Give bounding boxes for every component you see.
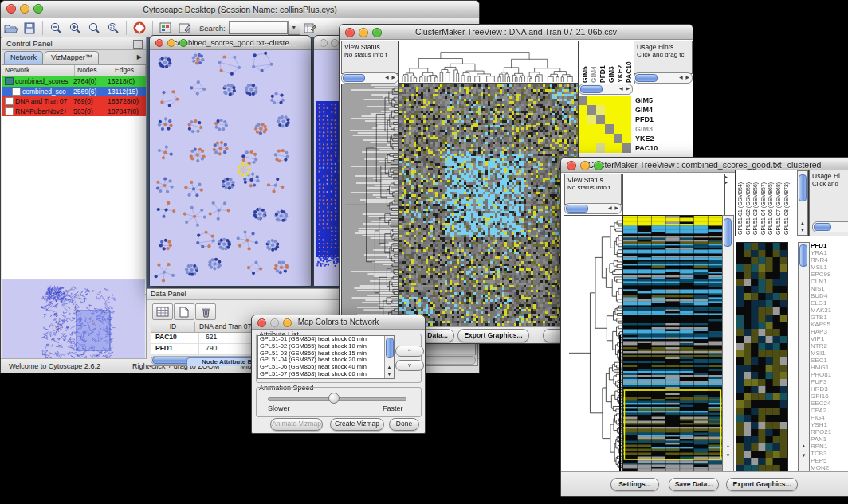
row-label[interactable]: HAP3 (811, 328, 848, 335)
animate-vizmap-button[interactable]: Animate Vizmap (270, 418, 323, 431)
scrollbar-thumb[interactable] (386, 338, 394, 358)
heatmap-global-view[interactable] (622, 215, 723, 473)
zoom-in-icon[interactable] (65, 20, 84, 36)
tab-vizmapper[interactable]: VizMapper™ (45, 51, 99, 64)
column-labels-scrollbar[interactable]: ▲ ▼ (797, 170, 808, 236)
column-label[interactable]: GPL51-08 (GSM872) (783, 174, 791, 235)
minimize-button[interactable] (20, 4, 29, 14)
row-label[interactable]: CLN1 (811, 278, 848, 285)
settings-button[interactable]: Settings... (610, 478, 659, 491)
row-label[interactable]: ELG1 (811, 299, 848, 307)
create-vizmap-button[interactable]: Create Vizmap (330, 418, 384, 431)
save-data-button[interactable]: Save Data... (669, 478, 719, 491)
attribute-browser-icon[interactable] (300, 20, 320, 36)
row-label[interactable]: FIG4 (811, 414, 848, 421)
scrollbar-thumb[interactable] (580, 85, 603, 93)
column-label[interactable]: GPL51-04 (GSM857) (760, 174, 768, 235)
search-input[interactable] (229, 21, 288, 34)
row-label[interactable]: PAC10 (635, 143, 691, 153)
trash-icon[interactable] (195, 303, 216, 320)
row-label[interactable]: GPI16 (811, 393, 848, 400)
column-label[interactable]: GPL51-07 (GSM868) (775, 174, 783, 235)
row-label[interactable]: PHO81 (811, 371, 848, 378)
table-icon[interactable] (152, 303, 173, 320)
zoom-button[interactable] (33, 4, 43, 14)
zoom-scrollbar[interactable]: ◀ ▶ (579, 84, 633, 95)
row-label[interactable]: HRD3 (811, 385, 848, 393)
row-label[interactable]: PEP5 (811, 457, 848, 464)
row-label[interactable]: YSH1 (811, 421, 848, 428)
column-label[interactable]: GPL51-02 (GSM855) (745, 174, 753, 235)
zoom-button[interactable] (179, 39, 187, 47)
speed-slider-thumb[interactable] (328, 393, 340, 404)
row-label[interactable]: PFD1 (635, 115, 691, 124)
row-label[interactable]: CPA2 (811, 407, 848, 414)
column-label[interactable]: GIM4 (591, 45, 599, 83)
close-button[interactable] (257, 318, 266, 327)
scrollbar-arrows-icon[interactable]: ◀ ▶ (608, 205, 619, 210)
scrollbar-thumb[interactable] (343, 74, 365, 82)
scroll-up-icon[interactable]: ▲ (723, 443, 733, 450)
scroll-up-icon[interactable]: ▲ (385, 364, 394, 371)
column-label[interactable]: GPL51-06 (GSM865) (768, 174, 775, 235)
scroll-up-icon[interactable]: ▲ (799, 443, 809, 450)
done-button[interactable]: Done (389, 418, 419, 431)
column-id[interactable]: ID (151, 322, 195, 332)
birdseye-view[interactable] (3, 280, 144, 363)
zoom-fit-icon[interactable] (84, 20, 104, 36)
row-label[interactable]: PUF3 (811, 378, 848, 385)
close-button[interactable] (345, 28, 355, 37)
scrollbar-arrows-icon[interactable]: ◀ ▶ (679, 74, 690, 80)
mini-arrows-icon[interactable]: ▸▸ (725, 174, 728, 185)
minimize-button[interactable] (331, 39, 339, 47)
row-label[interactable]: PFD1 (811, 242, 848, 249)
row-label[interactable]: NTR2 (811, 342, 848, 350)
column-edges[interactable]: Edges (112, 65, 146, 76)
row-label[interactable]: MAK31 (811, 307, 848, 314)
row-label[interactable]: RNR4 (811, 256, 848, 264)
close-button[interactable] (155, 39, 163, 47)
row-label[interactable]: RPO21 (811, 428, 848, 436)
minimize-button[interactable] (580, 161, 590, 170)
zoom-button[interactable] (372, 28, 382, 37)
attribute-list-item[interactable]: GPL51-07 (GSM868) heat shock 60 min (258, 371, 394, 378)
scroll-down-icon[interactable]: ▼ (799, 452, 809, 459)
scrollbar-thumb[interactable] (724, 218, 732, 247)
close-button[interactable] (6, 4, 16, 14)
status-scrollbar[interactable]: ◀ ▶ (341, 72, 398, 84)
row-label[interactable]: GIM4 (635, 105, 691, 115)
scrollbar-thumb[interactable] (814, 223, 831, 231)
heatmap-scrollbar[interactable]: ▲ ▼ (722, 215, 734, 473)
status-scrollbar[interactable]: ◀ ▶ (564, 203, 622, 214)
vizmapper-icon[interactable] (156, 20, 175, 36)
row-dendrogram[interactable] (341, 84, 398, 327)
scrollbar-thumb[interactable] (799, 244, 807, 267)
close-button[interactable] (567, 161, 576, 170)
column-dendrogram[interactable] (398, 41, 579, 84)
help-icon[interactable] (130, 20, 149, 36)
column-network[interactable]: Network (2, 65, 75, 76)
row-label[interactable]: RPN1 (811, 443, 848, 450)
row-label[interactable]: BUD4 (811, 292, 848, 299)
row-label[interactable]: KAP95 (811, 321, 848, 328)
network-view-titlebar[interactable]: combined_scores_good.txt--cluste... (150, 36, 311, 50)
row-label[interactable]: SPC98 (811, 271, 848, 278)
save-icon[interactable] (20, 20, 39, 36)
row-label[interactable]: GIM5 (635, 96, 691, 105)
column-label[interactable]: GIM3 (608, 45, 616, 83)
hints-scrollbar[interactable] (812, 221, 848, 232)
tab-network[interactable]: Network (4, 51, 43, 64)
row-dendrogram[interactable] (564, 215, 622, 472)
column-label[interactable]: GPL51-03 (GSM856) (752, 174, 760, 235)
network-list-row[interactable]: combined_scores2764(0)16218(0) (2, 76, 146, 87)
zoom-button[interactable] (594, 161, 603, 170)
main-titlebar[interactable]: Cytoscape Desktop (Session Name: collins… (1, 1, 479, 19)
scrollbar-thumb[interactable] (799, 174, 807, 201)
scroll-down-icon[interactable]: ▼ (723, 452, 733, 459)
hints-scrollbar[interactable]: ◀ ▶ (634, 72, 693, 84)
dialog-titlebar[interactable]: Map Colors to Network (252, 315, 425, 330)
scroll-down-icon[interactable]: ▼ (385, 371, 394, 378)
row-label[interactable]: MSI1 (811, 350, 848, 357)
float-panel-icon[interactable] (133, 40, 143, 49)
row-label[interactable]: SEC24 (811, 400, 848, 407)
